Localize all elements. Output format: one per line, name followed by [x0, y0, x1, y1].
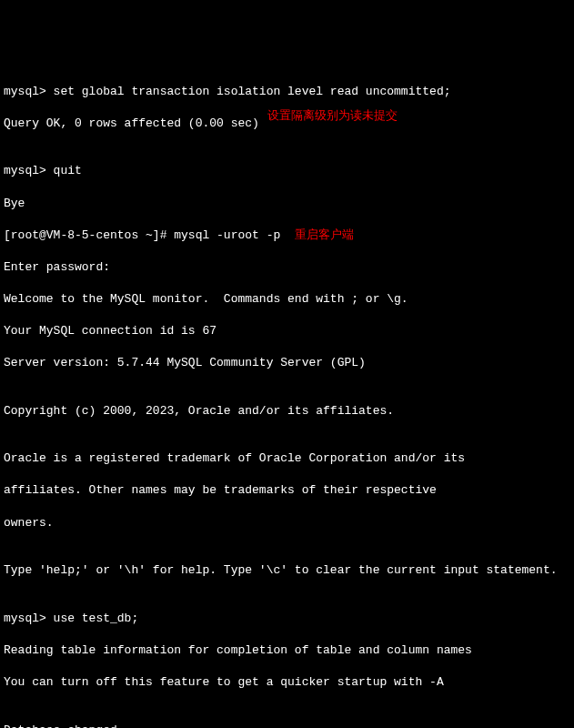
sql-command: set global transaction isolation level r… [54, 85, 451, 98]
output-line: Database changed [4, 723, 570, 728]
terminal-output: mysql> set global transaction isolation … [4, 67, 570, 728]
output-line: owners. [4, 515, 570, 531]
output-line: Your MySQL connection id is 67 [4, 323, 570, 339]
annotation-text: 重启客户端 [280, 228, 354, 242]
annotation-text: 设置隔离级别为读未提交 [267, 108, 398, 125]
output-line: You can turn off this feature to get a q… [4, 674, 570, 691]
sql-command: quit [54, 164, 82, 177]
mysql-prompt: mysql> [4, 85, 54, 98]
cmd-line: mysql> set global transaction isolation … [4, 84, 570, 100]
output-line: Reading table information for completion… [4, 642, 570, 659]
output-line: Bye [4, 196, 570, 212]
output-line: Query OK, 0 rows affected (0.00 sec)设置隔离… [4, 116, 570, 132]
output-line: Welcome to the MySQL monitor. Commands e… [4, 291, 570, 308]
sql-command: use test_db; [54, 612, 139, 625]
cmd-line: mysql> use test_db; [4, 611, 570, 627]
output-line: Server version: 5.7.44 MySQL Community S… [4, 355, 570, 371]
shell-prompt-cmd: [root@VM-8-5-centos ~]# mysql -uroot -p [4, 228, 280, 242]
shell-line: [root@VM-8-5-centos ~]# mysql -uroot -p … [4, 228, 570, 244]
output-line: Enter password: [4, 259, 570, 276]
mysql-prompt: mysql> [4, 164, 54, 177]
output-line: Copyright (c) 2000, 2023, Oracle and/or … [4, 403, 570, 420]
output-line: Oracle is a registered trademark of Orac… [4, 450, 570, 467]
mysql-prompt: mysql> [4, 612, 54, 625]
output-line: Type 'help;' or '\h' for help. Type '\c'… [4, 562, 570, 579]
cmd-line: mysql> quit [4, 163, 570, 179]
output-line: affiliates. Other names may be trademark… [4, 482, 570, 499]
